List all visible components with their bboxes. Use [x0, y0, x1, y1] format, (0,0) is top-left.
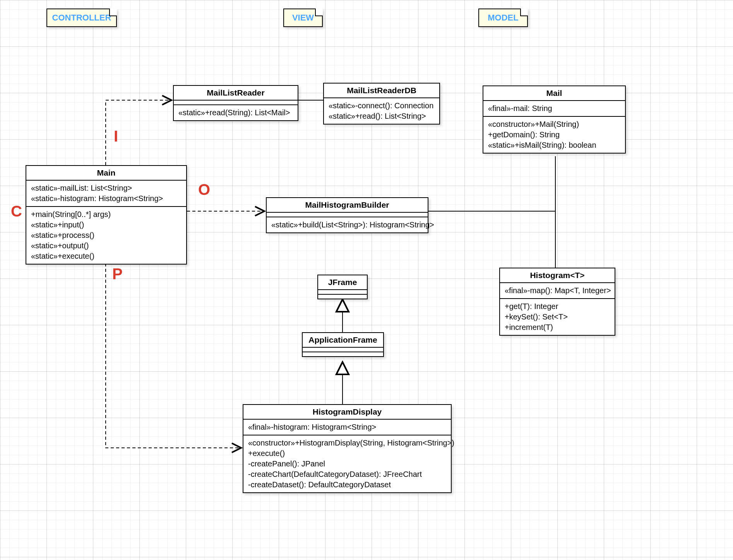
class-main-attrs: «static»-mailList: List<String> «static»… [26, 181, 186, 207]
op: +increment(T) [505, 322, 610, 333]
class-histogram-attrs: «final»-map(): Map<T, Integer> [500, 283, 615, 299]
op: «static»+process() [31, 230, 182, 241]
class-mailhistogrambuilder: MailHistogramBuilder «static»+build(List… [266, 197, 428, 233]
class-mailhistogrambuilder-ops: «static»+build(List<String>): Histogram<… [267, 217, 428, 232]
class-maillistreader-title: MailListReader [174, 86, 298, 101]
class-main: Main «static»-mailList: List<String> «st… [26, 165, 187, 265]
op: «static»+build(List<String>): Histogram<… [271, 220, 423, 230]
class-mail-ops: «constructor»+Mail(String) +getDomain():… [483, 117, 625, 153]
note-view: VIEW [283, 9, 323, 27]
op: «static»+isMail(String): boolean [488, 140, 620, 150]
note-controller: CONTROLLER [46, 9, 117, 27]
note-model: MODEL [478, 9, 528, 27]
op: «static»+output() [31, 241, 182, 251]
op: +main(String[0..*] args) [31, 209, 182, 220]
dep-main-to-histogramdisplay [106, 258, 241, 448]
class-jframe-ops [318, 295, 367, 299]
op: +execute() [248, 448, 446, 459]
class-mailhistogrambuilder-title: MailHistogramBuilder [267, 198, 428, 213]
class-mail: Mail «final»-mail: String «constructor»+… [483, 85, 626, 154]
annotation-P: P [112, 265, 123, 283]
class-histogram-title: Histogram<T> [500, 268, 615, 283]
class-jframe: JFrame [317, 275, 368, 299]
class-applicationframe: ApplicationFrame [302, 332, 384, 357]
annotation-C: C [11, 203, 22, 220]
op: «static»+read(String): List<Mail> [178, 108, 293, 118]
class-applicationframe-ops [303, 352, 383, 356]
op: +keySet(): Set<T> [505, 312, 610, 322]
class-jframe-title: JFrame [318, 275, 367, 290]
class-histogram-ops: +get(T): Integer +keySet(): Set<T> +incr… [500, 299, 615, 335]
class-main-ops: +main(String[0..*] args) «static»+input(… [26, 207, 186, 264]
attr: «final»-histogram: Histogram<String> [248, 422, 446, 432]
class-maillistreaderdb-title: MailListReaderDB [324, 84, 439, 98]
class-mailhistogrambuilder-attrs [267, 213, 428, 217]
op: «static»+input() [31, 220, 182, 230]
attr: «static»-mailList: List<String> [31, 183, 182, 193]
class-main-title: Main [26, 166, 186, 181]
class-histogramdisplay-attrs: «final»-histogram: Histogram<String> [243, 420, 451, 435]
op: +getDomain(): String [488, 130, 620, 140]
class-applicationframe-attrs [303, 348, 383, 352]
class-maillistreaderdb-ops: «static»-connect(): Connection «static»+… [324, 98, 439, 124]
class-maillistreaderdb: MailListReaderDB «static»-connect(): Con… [323, 83, 440, 125]
op: +get(T): Integer [505, 301, 610, 312]
attr: «final»-mail: String [488, 103, 620, 114]
class-histogram: Histogram<T> «final»-map(): Map<T, Integ… [499, 268, 615, 336]
class-histogramdisplay-ops: «constructor»+HistogramDisplay(String, H… [243, 435, 451, 492]
op: -createPanel(): JPanel [248, 459, 446, 469]
class-mail-attrs: «final»-mail: String [483, 101, 625, 117]
attr: «static»-histogram: Histogram<String> [31, 193, 182, 204]
class-histogramdisplay-title: HistogramDisplay [243, 405, 451, 420]
op: «static»+read(): List<String> [329, 111, 435, 121]
op: «constructor»+HistogramDisplay(String, H… [248, 438, 446, 448]
class-jframe-attrs [318, 290, 367, 295]
class-mail-title: Mail [483, 86, 625, 101]
annotation-I: I [114, 128, 118, 145]
class-applicationframe-title: ApplicationFrame [303, 333, 383, 348]
class-maillistreader-attrs [174, 101, 298, 105]
op: -createChart(DefaultCategoryDataset): JF… [248, 469, 446, 480]
op: «constructor»+Mail(String) [488, 119, 620, 130]
op: «static»+execute() [31, 251, 182, 261]
op: «static»-connect(): Connection [329, 101, 435, 111]
op: -createDataset(): DefaultCategoryDataset [248, 480, 446, 490]
class-maillistreader-ops: «static»+read(String): List<Mail> [174, 105, 298, 120]
class-histogramdisplay: HistogramDisplay «final»-histogram: Hist… [243, 404, 452, 493]
class-maillistreader: MailListReader «static»+read(String): Li… [173, 85, 298, 121]
annotation-O: O [198, 181, 210, 198]
attr: «final»-map(): Map<T, Integer> [505, 285, 610, 296]
